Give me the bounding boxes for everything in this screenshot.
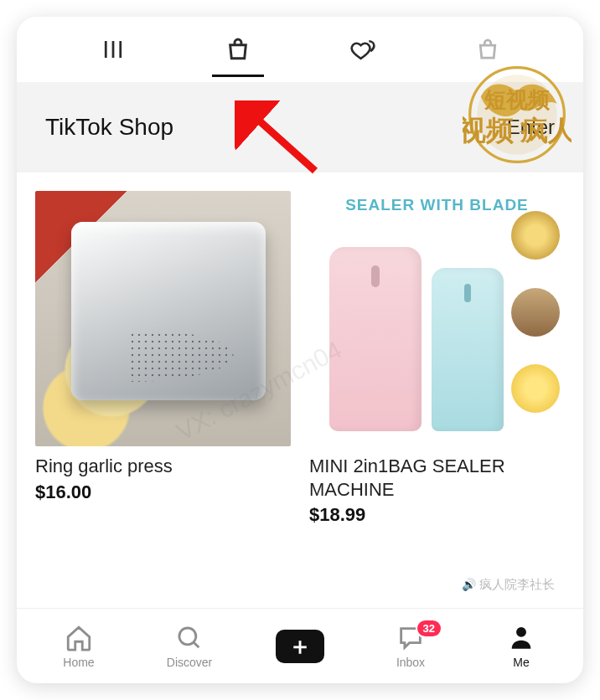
home-icon <box>65 624 93 652</box>
tab-feed[interactable] <box>50 17 175 82</box>
heart-hands-icon <box>349 37 377 62</box>
product-title: MINI 2in1BAG SEALER MACHINE <box>309 455 565 501</box>
product-price: $18.99 <box>309 504 565 526</box>
nav-inbox[interactable]: 32 Inbox <box>355 624 466 669</box>
nav-create[interactable]: ＋ <box>245 630 355 663</box>
product-grid: Ring garlic press $16.00 SEALER WITH BLA… <box>17 172 583 526</box>
shop-banner-title: TikTok Shop <box>45 114 173 141</box>
profile-icon <box>507 624 535 652</box>
inbox-badge: 32 <box>416 619 442 638</box>
watermark-footer: 疯人院李社长 <box>462 577 555 593</box>
top-tab-bar <box>17 17 583 82</box>
svg-point-8 <box>516 626 526 636</box>
nav-home[interactable]: Home <box>23 624 134 669</box>
product-image: SEALER WITH BLADE <box>309 191 565 446</box>
product-price: $16.00 <box>35 481 291 503</box>
feed-lines-icon <box>101 37 126 62</box>
tab-shop[interactable] <box>175 17 300 82</box>
shop-enter-link[interactable]: Enter <box>507 116 555 139</box>
tab-friends-activity[interactable] <box>300 17 425 82</box>
product-overlay-text: SEALER WITH BLADE <box>309 196 565 214</box>
product-title: Ring garlic press <box>35 455 291 478</box>
nav-label: Inbox <box>396 656 425 669</box>
nav-label: Me <box>513 656 529 669</box>
shop-bag-outline-icon <box>475 37 500 62</box>
shop-bag-icon <box>225 36 251 63</box>
bottom-nav: Home Discover ＋ 32 Inbox Me <box>17 608 583 683</box>
svg-point-6 <box>179 627 196 644</box>
shop-banner[interactable]: TikTok Shop Enter <box>17 82 583 172</box>
nav-me[interactable]: Me <box>466 624 577 669</box>
product-card[interactable]: Ring garlic press $16.00 <box>35 191 291 526</box>
nav-label: Discover <box>167 656 212 669</box>
nav-discover[interactable]: Discover <box>134 624 245 669</box>
app-frame: 短视频 短视频 疯人院 TikTok Shop Enter Ring garli… <box>17 17 583 683</box>
product-image <box>35 191 291 446</box>
tab-orders[interactable] <box>425 17 550 82</box>
nav-label: Home <box>63 656 94 669</box>
product-card[interactable]: SEALER WITH BLADE MINI 2in1BAG SEALER MA… <box>309 191 565 526</box>
svg-line-7 <box>194 641 199 646</box>
search-icon <box>175 624 204 652</box>
create-icon: ＋ <box>276 630 324 663</box>
